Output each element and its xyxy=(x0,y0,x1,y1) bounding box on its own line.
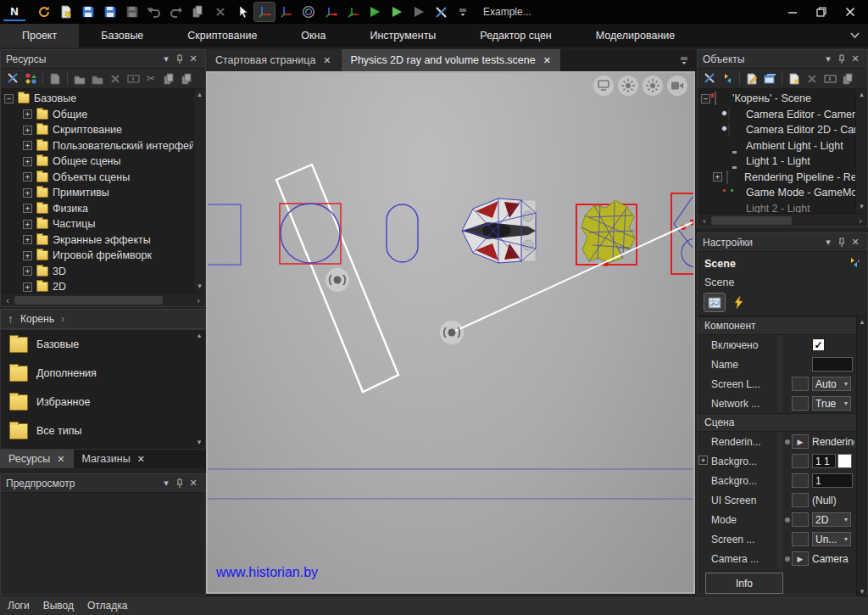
minimize-icon[interactable] xyxy=(778,2,807,22)
scroll-right-icon[interactable]: › xyxy=(192,295,205,305)
resources-hscrollbar[interactable]: ‹ › xyxy=(1,293,205,306)
menu-windows[interactable]: Окна xyxy=(279,24,348,48)
default-value-button[interactable] xyxy=(792,377,809,391)
new-resource-icon[interactable] xyxy=(56,3,76,21)
scroll-up-icon[interactable]: ▴ xyxy=(198,90,202,100)
reference-button[interactable]: ▶ xyxy=(792,551,809,566)
tree-item[interactable]: +Общее сцены xyxy=(1,154,193,170)
tools-icon[interactable] xyxy=(431,3,451,21)
tree-item-camera-editor-2d[interactable]: Camera Editor 2D - Camera xyxy=(698,122,855,138)
tree-item[interactable]: +Частицы xyxy=(1,216,193,232)
list-item[interactable]: Дополнения xyxy=(1,359,205,388)
expand-icon[interactable]: + xyxy=(23,251,32,260)
panel-menu-icon[interactable]: ▾ xyxy=(821,236,835,249)
tree-item-root[interactable]: −Базовые xyxy=(1,91,193,107)
scale-tool-icon[interactable] xyxy=(320,3,341,21)
list-item[interactable]: Избранное xyxy=(1,388,205,417)
expand-icon[interactable]: + xyxy=(698,456,708,465)
background-color-value[interactable]: 1 1 xyxy=(812,454,836,468)
tree-item-rendering-pipeline[interactable]: +Rendering Pipeline - Rendering xyxy=(698,170,855,186)
close-icon[interactable]: ✕ xyxy=(323,55,331,66)
tree-item[interactable]: +3D xyxy=(1,264,193,280)
tree-item[interactable]: +2D xyxy=(1,279,193,293)
background-multiplier-input[interactable]: 1 xyxy=(812,473,853,488)
panel-menu-icon[interactable]: ▾ xyxy=(159,477,173,490)
default-value-button[interactable] xyxy=(792,512,809,527)
pin-icon[interactable] xyxy=(835,236,849,249)
up-icon[interactable]: ↑ xyxy=(8,312,14,326)
folder-list-vscrollbar[interactable]: ▴ ▾ xyxy=(193,330,205,449)
expand-icon[interactable]: + xyxy=(713,172,722,182)
run-icon[interactable] xyxy=(387,3,407,21)
breadcrumb-root[interactable]: Корень xyxy=(20,313,54,325)
expand-icon[interactable]: + xyxy=(23,172,32,182)
select-tool-icon[interactable] xyxy=(232,3,253,21)
expand-icon[interactable]: + xyxy=(23,204,32,213)
status-output[interactable]: Вывод xyxy=(43,600,74,612)
network-dropdown[interactable]: True▾ xyxy=(812,396,851,411)
menu-tools[interactable]: Инструменты xyxy=(348,24,458,48)
transfer-icon[interactable] xyxy=(848,256,860,271)
transfer-icon[interactable] xyxy=(719,70,736,87)
scroll-left-icon[interactable]: ‹ xyxy=(698,215,711,226)
list-item[interactable]: Все типы xyxy=(1,417,205,445)
pin-icon[interactable] xyxy=(173,53,186,66)
edit-icon[interactable] xyxy=(743,70,760,87)
scene-canvas[interactable] xyxy=(208,73,693,592)
breadcrumb-chevron-icon[interactable]: › xyxy=(61,313,64,325)
section-component[interactable]: Компонент xyxy=(698,316,856,335)
list-item[interactable]: Базовые xyxy=(1,330,205,359)
close-icon[interactable]: ✕ xyxy=(849,236,862,249)
tree-item[interactable]: +Объекты сцены xyxy=(1,170,193,186)
expand-icon[interactable]: + xyxy=(23,109,32,119)
events-icon[interactable] xyxy=(729,294,749,311)
new-window-icon[interactable] xyxy=(761,70,778,87)
restore-icon[interactable] xyxy=(807,2,836,22)
new-object-icon[interactable] xyxy=(786,70,803,87)
scene-right-body[interactable] xyxy=(671,193,693,274)
objects-vscrollbar[interactable]: ▴ ▾ xyxy=(855,89,867,213)
scroll-thumb[interactable] xyxy=(711,216,792,225)
name-input[interactable] xyxy=(812,357,853,372)
default-value-button[interactable] xyxy=(792,493,809,507)
close-icon[interactable]: ✕ xyxy=(849,53,862,66)
close-icon[interactable]: ✕ xyxy=(57,454,64,465)
tab-list-icon[interactable] xyxy=(671,49,697,71)
pin-icon[interactable] xyxy=(173,477,186,490)
move-tool-icon[interactable] xyxy=(254,3,275,21)
scene-capsule[interactable] xyxy=(387,204,418,262)
expand-icon[interactable]: + xyxy=(23,282,32,292)
scroll-right-icon[interactable]: › xyxy=(854,215,867,226)
tools-icon[interactable] xyxy=(4,70,21,87)
play-icon[interactable] xyxy=(364,3,385,21)
scroll-up-icon[interactable]: ▴ xyxy=(198,331,202,341)
close-icon[interactable]: ✕ xyxy=(137,454,145,465)
scroll-down-icon[interactable]: ▾ xyxy=(860,202,864,212)
menu-scene-editor[interactable]: Редактор сцен xyxy=(458,24,573,48)
close-icon[interactable] xyxy=(836,2,865,22)
close-icon[interactable]: ✕ xyxy=(543,55,551,66)
reference-button[interactable]: ▶ xyxy=(792,434,809,449)
menu-basic[interactable]: Базовые xyxy=(79,24,165,48)
expand-icon[interactable]: + xyxy=(23,126,32,135)
pin-icon[interactable] xyxy=(835,53,849,66)
objects-hscrollbar[interactable]: ‹ › xyxy=(698,213,867,226)
tree-item[interactable]: +Скриптование xyxy=(1,122,193,138)
tree-item[interactable]: +Пользовательский интерфейс xyxy=(1,138,193,154)
expand-icon[interactable]: + xyxy=(23,235,32,244)
options-icon[interactable] xyxy=(22,70,39,87)
section-scene[interactable]: Сцена xyxy=(698,413,856,432)
expand-icon[interactable]: + xyxy=(23,266,32,276)
save-all-icon[interactable] xyxy=(100,3,120,21)
scene-spaceship-sprite[interactable] xyxy=(462,198,536,263)
menu-modeling[interactable]: Моделирование xyxy=(574,24,698,48)
default-value-button[interactable] xyxy=(792,396,809,411)
scroll-up-icon[interactable]: ▴ xyxy=(860,317,865,327)
tree-item-camera-editor[interactable]: Camera Editor - Camera xyxy=(698,107,855,123)
default-value-button[interactable] xyxy=(792,454,809,468)
app-logo[interactable]: N xyxy=(3,3,25,21)
camera-view-icon[interactable] xyxy=(667,75,687,96)
scene-box-left[interactable] xyxy=(208,204,241,265)
tree-item-light-1[interactable]: Light 1 - Light xyxy=(698,154,855,170)
panel-menu-icon[interactable]: ▾ xyxy=(821,53,835,66)
